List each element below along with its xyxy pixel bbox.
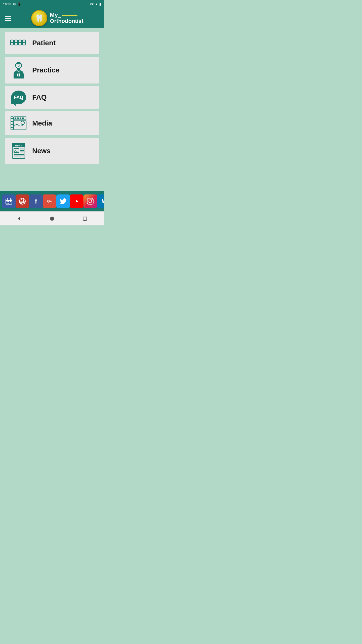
- hamburger-line: [5, 20, 11, 21]
- patient-menu-item[interactable]: Patient: [5, 32, 99, 54]
- battery-icon: ▮: [99, 2, 101, 6]
- faq-label: FAQ: [32, 93, 47, 101]
- facebook-button[interactable]: f: [29, 194, 43, 208]
- practice-menu-item[interactable]: Practice: [5, 57, 99, 84]
- hamburger-line: [5, 18, 11, 19]
- recents-button[interactable]: [79, 213, 90, 224]
- logo-area: 🦷 My_ Orthodontist: [15, 10, 100, 26]
- svg-rect-42: [7, 203, 8, 204]
- svg-rect-43: [8, 203, 9, 204]
- svg-rect-6: [16, 42, 17, 43]
- back-button[interactable]: [14, 213, 25, 224]
- svg-rect-16: [11, 121, 13, 122]
- svg-rect-40: [8, 201, 9, 202]
- svg-rect-8: [24, 42, 25, 43]
- svg-point-13: [18, 65, 19, 67]
- settings-icon: ⚙: [13, 2, 16, 6]
- google-plus-button[interactable]: G+: [43, 194, 56, 208]
- status-bar: 10:33 ⚙ 📱 ▾▾ ▲ ▮: [0, 0, 104, 8]
- svg-rect-15: [11, 118, 13, 119]
- youtube-button[interactable]: [70, 194, 83, 208]
- svg-rect-41: [10, 201, 11, 202]
- twitter-button[interactable]: [56, 194, 70, 208]
- faq-menu-item[interactable]: FAQ FAQ: [5, 86, 99, 109]
- hamburger-line: [5, 16, 11, 17]
- svg-rect-23: [17, 117, 19, 119]
- svg-point-53: [92, 199, 93, 200]
- web-button[interactable]: [16, 194, 29, 208]
- media-menu-item[interactable]: Media: [5, 111, 99, 135]
- svg-rect-39: [7, 201, 8, 202]
- faq-icon: FAQ: [10, 91, 27, 104]
- svg-point-20: [21, 121, 24, 125]
- practice-label: Practice: [32, 66, 60, 74]
- news-label: News: [32, 147, 51, 155]
- hamburger-menu-button[interactable]: [4, 15, 12, 22]
- svg-rect-56: [83, 217, 87, 220]
- google-icon: G+: [47, 199, 52, 203]
- svg-rect-24: [20, 117, 21, 119]
- svg-rect-18: [11, 127, 13, 128]
- social-bar: f G+ in: [0, 191, 104, 211]
- facebook-icon: f: [35, 197, 37, 205]
- status-left: 10:33 ⚙ 📱: [3, 2, 21, 6]
- svg-marker-54: [18, 217, 20, 221]
- logo-circle: 🦷: [31, 10, 47, 26]
- nav-bar: [0, 211, 104, 225]
- svg-rect-25: [22, 117, 24, 119]
- logo-text: My_ Orthodontist: [50, 12, 83, 24]
- instagram-button[interactable]: [83, 194, 97, 208]
- logo-orthodontist: Orthodontist: [50, 18, 83, 24]
- svg-rect-10: [17, 68, 20, 70]
- logo-my: My_: [50, 12, 83, 18]
- tooth-icon: 🦷: [35, 14, 44, 22]
- faq-text: FAQ: [14, 95, 23, 100]
- header: 🦷 My_ Orthodontist: [0, 8, 104, 28]
- news-menu-item[interactable]: NEWS News: [5, 138, 99, 164]
- patient-label: Patient: [32, 39, 56, 47]
- svg-point-52: [89, 200, 92, 203]
- main-content: Patient Practice: [0, 28, 104, 191]
- svg-point-55: [50, 217, 54, 221]
- calendar-button[interactable]: [2, 194, 16, 208]
- news-icon: NEWS: [10, 142, 27, 159]
- sim-icon: 📱: [17, 2, 21, 6]
- media-label: Media: [32, 119, 52, 127]
- faq-bubble: FAQ: [11, 91, 26, 104]
- linkedin-icon: in: [102, 198, 104, 204]
- status-right: ▾▾ ▲ ▮: [90, 2, 101, 6]
- linkedin-button[interactable]: in: [97, 194, 104, 208]
- signal-icon: ▲: [95, 2, 98, 6]
- practice-icon: [10, 61, 27, 79]
- home-button[interactable]: [47, 213, 58, 224]
- svg-text:NEWS: NEWS: [15, 144, 22, 147]
- wifi-icon: ▾▾: [90, 2, 94, 6]
- media-icon: [10, 116, 27, 131]
- status-time: 10:33: [3, 2, 11, 6]
- svg-rect-17: [11, 124, 13, 125]
- patient-icon: [10, 38, 27, 48]
- svg-rect-22: [15, 117, 16, 119]
- svg-rect-5: [12, 42, 13, 43]
- svg-rect-7: [20, 42, 21, 43]
